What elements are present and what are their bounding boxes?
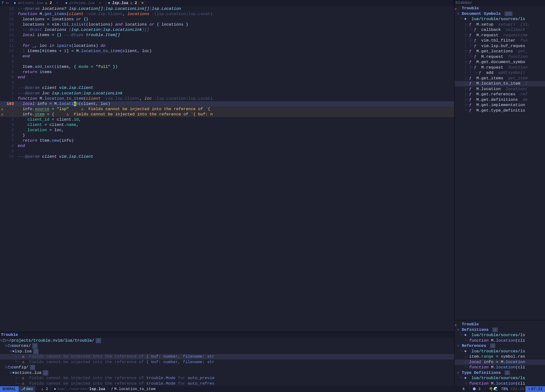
lsp-item[interactable]: ├╴local info = M.location — [454, 360, 545, 365]
sidebar-symbols[interactable]: ⌄ Trouble ∨ Document Symbols 18 └╴● lua/… — [454, 6, 545, 320]
line-number: 18 — [4, 6, 15, 12]
sidebar-trouble-header[interactable]: ⌄ Trouble — [454, 6, 545, 11]
symbol-item[interactable]: │ │ └╴ƒ add add(symbol) — [454, 70, 545, 76]
code-text: function M.get_items(client :vim.lsp.Cli… — [15, 12, 213, 17]
tab-preview-lua[interactable]: ●preview.lua✕ — [62, 1, 105, 6]
status-mode: NORMAL — [0, 386, 19, 392]
symbol-item[interactable]: ├╴ƒ M.get.definitions de — [454, 97, 545, 103]
tab-warn: ⚠ 2 — [45, 1, 52, 6]
section-document-symbols[interactable]: ∨ Document Symbols 18 — [454, 11, 545, 17]
symbol-item[interactable]: ├╴ƒ M.get.implementation — [454, 103, 545, 108]
diagnostic-item[interactable]: └─ ⚠ Fields cannot be injected into the … — [0, 360, 454, 365]
code-line[interactable]: ⚠2 info.item = { ⚠ Fields cannot be inje… — [0, 112, 454, 117]
code-line[interactable]: 1function M.location_to_item(client :vim… — [0, 96, 454, 101]
symbol-item[interactable]: └╴ƒ M.get.type_definitio — [454, 108, 545, 113]
code-line[interactable]: 6 return items — [0, 69, 454, 75]
editor[interactable]: 18---@param locations? lsp.Location[]|ls… — [0, 6, 454, 332]
code-line[interactable]: 12 — [0, 38, 454, 43]
code-line[interactable]: 17function M.get_items(client :vim.lsp.C… — [0, 12, 454, 17]
close-icon[interactable]: ✕ — [54, 1, 59, 6]
symbol-item[interactable]: ├╴ƒ M.get_items get_item — [454, 76, 545, 81]
warn-icon: ⚠ — [22, 354, 29, 359]
symbol-item[interactable]: │ └╴ƒ vim.lsp.buf_reques — [454, 43, 545, 49]
code-line[interactable]: 16 locations = locations or {} — [0, 17, 454, 22]
code-line[interactable]: 15 locations = vim.tbl_islist(locations)… — [0, 22, 454, 27]
symbol-item[interactable]: ├╴ƒ M.setup setup() [11, — [454, 22, 545, 27]
code-line[interactable]: 7 return Item.new(info) — [0, 138, 454, 143]
diagnostic-item[interactable]: ├─ ⚠ Fields cannot be injected into the … — [0, 375, 454, 381]
lsp-file[interactable]: └╴● lua/trouble/sources/ls — [454, 332, 545, 338]
lsp-group[interactable]: ∨ Type Definitions 1 — [454, 370, 545, 376]
diagnostic-item[interactable]: ├─ ⚠ Fields cannot be injected into the … — [0, 354, 454, 360]
lsp-item[interactable]: ├╴item.range = symbol.ran — [454, 354, 545, 360]
line-number: 1 — [4, 96, 15, 101]
sidebar-lsp[interactable]: ⌄ Trouble ∨ Definitions 1 └╴● lua/troubl… — [454, 320, 545, 386]
code-line[interactable]: 5 location = loc, — [0, 128, 454, 133]
sidebar-lsp-header[interactable]: ⌄ Trouble — [454, 322, 545, 327]
close-icon[interactable]: ✕ — [139, 1, 144, 6]
close-icon[interactable]: ✕ — [97, 1, 101, 6]
code-line[interactable]: 193 local info = M.location(client, loc) — [0, 101, 454, 107]
lsp-group[interactable]: ∨ Definitions 1 — [454, 327, 545, 333]
symbol-file[interactable]: └╴● lua/trouble/sources/ls — [454, 17, 545, 22]
line-number: 2 — [4, 112, 15, 117]
code-line[interactable]: 9 — [0, 149, 454, 154]
status-branch[interactable]: ⎇ dev — [19, 386, 36, 392]
code-text: return Item.new(info) — [15, 138, 74, 143]
code-line[interactable]: 6 } — [0, 133, 454, 138]
code-line[interactable]: 3---@param client vim.lsp.Client — [0, 85, 454, 91]
lsp-file[interactable]: └╴● lua/trouble/sources/ls — [454, 349, 545, 354]
symbol-item[interactable]: │ ├╴ƒ vim.tbl_filter fun — [454, 38, 545, 43]
code-line[interactable]: 9 end — [0, 54, 454, 59]
lsp-group[interactable]: ∨ References 3 — [454, 343, 545, 349]
lsp-item[interactable]: └╴function M.location(cli — [454, 338, 545, 343]
symbol-item[interactable]: ├╴ƒ M.location location( — [454, 86, 545, 92]
gutter-sign — [0, 75, 4, 80]
code-line[interactable]: 7 Item.add_text(items, { mode = "full" }… — [0, 64, 454, 69]
gutter-sign — [0, 59, 4, 64]
code-line[interactable]: ⚠1 info.source = "lsp" ⚠ Fields cannot b… — [0, 107, 454, 112]
lsp-item[interactable]: └╴function M.location(cli — [454, 365, 545, 370]
tree-item[interactable]: ∨ ● lsp.lua 2 — [0, 349, 454, 354]
symbol-item[interactable]: ├╴ƒ M.location_to_item l — [454, 81, 545, 86]
symbol-item[interactable]: │ ├╴ƒ M.request function — [454, 65, 545, 70]
code-text: client = client.name, — [15, 122, 79, 128]
code-line[interactable]: 4 — [0, 80, 454, 85]
symbol-item[interactable]: │ └╴ƒ callback callback — [454, 27, 545, 33]
code-line[interactable]: 2---@param loc lsp.Location|lsp.Location… — [0, 91, 454, 96]
code-line[interactable]: 10 │ items[#items + 1] = M.location_to_i… — [0, 49, 454, 54]
gutter-sign — [0, 91, 4, 96]
tab-back-icon[interactable]: ⟵ — [5, 1, 11, 6]
tab-actions-lua[interactable]: ●actions.lua⚠ 2✕ — [10, 1, 62, 6]
tree-item[interactable]: ∨ ● actions.lua 2 — [0, 370, 454, 376]
symbol-item[interactable]: ├╴ƒ M.request request(me — [454, 33, 545, 38]
symbol-item[interactable]: ├╴ƒ M.get.document_symbo — [454, 60, 545, 65]
code-text: ---@param client vim.lsp.Client — [15, 85, 93, 91]
tree-item[interactable]: ∨ 🗀 sources/ 2 — [0, 343, 454, 349]
code-line[interactable]: 3 client_id = client.id, — [0, 117, 454, 122]
code-line[interactable]: 10---@param client vim.lsp.Client — [0, 154, 454, 159]
symbol-item[interactable]: ├╴ƒ M.get.references ref — [454, 92, 545, 97]
warn-icon: ⚠ — [22, 381, 29, 386]
tab-lsp-lua[interactable]: ●lsp.lua⚠ 2✕ — [105, 1, 147, 6]
tree-item[interactable]: ∨ 🗀 config/ 2 — [0, 365, 454, 370]
status-warn[interactable]: ⚠ 2 — [40, 387, 49, 392]
diagnostic-item[interactable]: └─ ⚠ Fields cannot be injected into the … — [0, 381, 454, 386]
code-line[interactable]: 5end — [0, 75, 454, 80]
code-line[interactable]: 18---@param locations? lsp.Location[]|ls… — [0, 6, 454, 12]
lsp-file[interactable]: └╴● lua/trouble/sources/ls — [454, 375, 545, 381]
code-line[interactable]: 14 ---@cast locations (lsp.Location|lsp.… — [0, 27, 454, 32]
lsp-item[interactable]: └╴function M.location(cli — [454, 381, 545, 386]
code-line[interactable]: 13 local items = {} ---@type trouble.Ite… — [0, 32, 454, 38]
line-number: 193 — [4, 101, 15, 107]
code-line[interactable]: 4 client = client.name, — [0, 122, 454, 128]
gutter-sign — [0, 64, 4, 69]
code-line[interactable]: 11 for _, loc in ipairs(locations) do — [0, 43, 454, 49]
code-line[interactable]: 8 — [0, 59, 454, 64]
gutter-sign — [0, 43, 4, 49]
symbol-item[interactable]: │ └╴ƒ M.request function — [454, 54, 545, 60]
code-line[interactable]: 8end — [0, 143, 454, 149]
trouble-panel[interactable]: ∨ 🗀 ~/projects/trouble.nvim/lua/trouble/… — [0, 338, 454, 386]
symbol-item[interactable]: ├╴ƒ M.get_locations get_ — [454, 49, 545, 54]
trouble-root[interactable]: ∨ 🗀 ~/projects/trouble.nvim/lua/trouble/… — [0, 338, 454, 343]
